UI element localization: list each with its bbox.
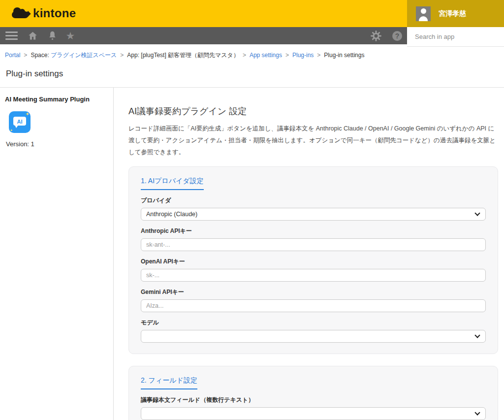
home-icon[interactable]	[27, 27, 38, 44]
field-group: 議事録本文フィールド（複数行テキスト）	[141, 396, 486, 420]
user-menu[interactable]: 宮澤孝慈	[407, 0, 504, 27]
settings-section-1: 1. AIプロバイダ設定プロバイダAnthropic (Claude)Anthr…	[128, 166, 498, 354]
sparkle-icon: ✦	[26, 112, 30, 117]
kintone-plugin-settings-page: kintone 宮澤孝慈 ★	[0, 0, 504, 420]
settings-heading: AI議事録要約プラグイン 設定	[128, 105, 498, 117]
plugin-settings-main: AI議事録要約プラグイン 設定 レコード詳細画面に「AI要約生成」ボタンを追加し…	[114, 88, 504, 420]
model-select-wrap	[141, 330, 486, 343]
field-group: Gemini APIキー	[141, 288, 486, 312]
breadcrumb-item[interactable]: Portal	[5, 52, 20, 59]
plugin-icon: ✦ AI ✦	[9, 111, 31, 133]
field-label: 議事録本文フィールド（複数行テキスト）	[141, 396, 486, 404]
minutes-body-field-select-wrap	[141, 407, 486, 420]
hamburger-menu-icon[interactable]	[5, 27, 18, 44]
field-group: OpenAI APIキー	[141, 258, 486, 282]
field-label: Gemini APIキー	[141, 288, 486, 296]
breadcrumb-separator: >	[285, 52, 289, 59]
help-icon[interactable]: ?	[391, 27, 403, 44]
breadcrumb-item[interactable]: Plug-ins	[292, 52, 314, 59]
user-name: 宮澤孝慈	[439, 9, 466, 18]
notification-bell-icon[interactable]	[47, 27, 58, 44]
breadcrumb-separator: >	[120, 52, 124, 59]
breadcrumb-separator: >	[243, 52, 246, 59]
settings-gear-icon[interactable]	[370, 27, 382, 44]
favorites-star-icon[interactable]: ★	[64, 27, 77, 44]
search-input[interactable]	[407, 27, 504, 46]
page-title: Plug-in settings	[6, 69, 504, 79]
breadcrumb-item[interactable]: プラグイン検証スペース	[51, 52, 117, 59]
settings-section-2: 2. フィールド設定議事録本文フィールド（複数行テキスト）要約書き込み先フィール…	[128, 366, 498, 420]
field-group: Anthropic APIキー	[141, 227, 486, 251]
field-label: Anthropic APIキー	[141, 227, 486, 235]
field-group: モデル	[141, 319, 486, 343]
anthropic-api-key-input[interactable]	[141, 238, 486, 251]
breadcrumb-separator: >	[317, 52, 320, 59]
global-toolbar: ★ ?	[0, 27, 407, 44]
breadcrumb-separator: >	[24, 52, 27, 59]
breadcrumb-item[interactable]: App settings	[250, 52, 282, 59]
provider-select-wrap: Anthropic (Claude)	[141, 208, 486, 221]
breadcrumb-prefix: Space:	[31, 52, 51, 59]
gemini-api-key-input[interactable]	[141, 299, 486, 312]
kintone-logo[interactable]: kintone	[12, 6, 76, 20]
model-select[interactable]	[141, 330, 486, 343]
brand-name: kintone	[33, 6, 76, 20]
field-label: プロバイダ	[141, 196, 486, 205]
avatar	[416, 6, 431, 21]
settings-description: レコード詳細画面に「AI要約生成」ボタンを追加し、議事録本文を Anthropi…	[128, 123, 498, 158]
plugin-sidebar: AI Meeting Summary Plugin ✦ AI ✦ Version…	[0, 88, 114, 420]
kintone-cloud-icon	[12, 11, 29, 18]
plugin-name: AI Meeting Summary Plugin	[5, 96, 108, 103]
provider-select[interactable]: Anthropic (Claude)	[141, 208, 486, 221]
field-label: モデル	[141, 319, 486, 327]
breadcrumb-item: App: [plugTest] 顧客管理（顧問先マスタ）	[127, 52, 239, 59]
section-title: 2. フィールド設定	[141, 376, 197, 389]
minutes-body-field-select[interactable]	[141, 407, 486, 420]
sparkle-icon: ✦	[10, 129, 13, 132]
openai-api-key-input[interactable]	[141, 269, 486, 282]
section-title: 1. AIプロバイダ設定	[141, 177, 204, 190]
app-search	[407, 27, 504, 47]
plugin-version: Version: 1	[6, 140, 108, 148]
breadcrumb-item: Plug-in settings	[324, 52, 364, 59]
plugin-icon-label: AI	[17, 119, 23, 125]
speech-bubble-icon: AI	[13, 117, 26, 126]
breadcrumb: Portal>Space: プラグイン検証スペース>App: [plugTest…	[0, 49, 504, 60]
field-group: プロバイダAnthropic (Claude)	[141, 196, 486, 221]
field-label: OpenAI APIキー	[141, 258, 486, 266]
top-header: kintone	[0, 0, 407, 27]
